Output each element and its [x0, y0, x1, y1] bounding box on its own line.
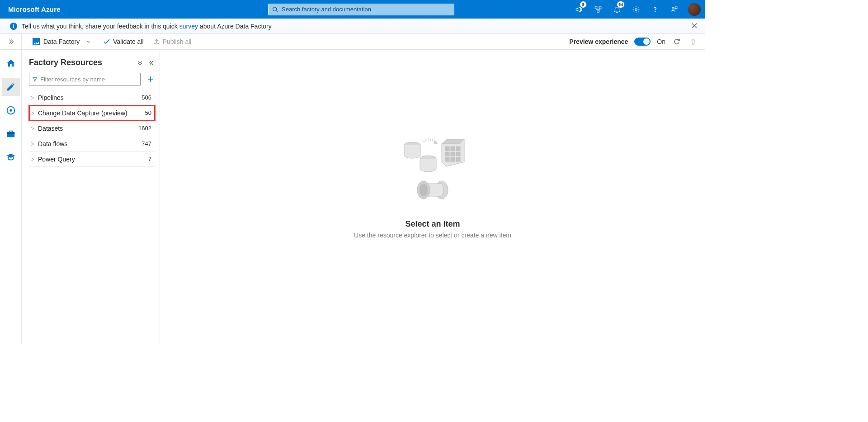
resource-group-datasets[interactable]: ▷ Datasets 1602: [29, 121, 155, 136]
filter-resources-input[interactable]: [40, 76, 137, 83]
preview-experience-state: On: [657, 38, 665, 45]
checkmark-icon: [103, 38, 110, 45]
preview-experience-label: Preview experience: [569, 38, 628, 45]
nav-home[interactable]: [2, 54, 20, 72]
resource-group-count: 50: [145, 109, 153, 116]
empty-state-illustration: [387, 123, 478, 214]
filter-resources-input-wrap[interactable]: [29, 73, 141, 85]
caret-right-icon: ▷: [30, 156, 35, 161]
announcements-badge: 8: [580, 1, 586, 8]
info-icon: i: [10, 23, 17, 30]
notifications-button[interactable]: 54: [608, 0, 627, 19]
resource-group-cdc[interactable]: ▷ Change Data Capture (preview) 50: [29, 105, 155, 121]
factory-resources-panel: Factory Resources: [22, 50, 160, 344]
factory-group-label: Data Factory: [43, 38, 80, 45]
svg-point-11: [10, 109, 12, 111]
left-nav-rail: [0, 50, 22, 344]
announcement-link[interactable]: survey: [179, 23, 198, 30]
help-button[interactable]: [646, 0, 665, 19]
announcement-bar: i Tell us what you think, share your fee…: [0, 19, 705, 34]
explorer-expand-toggle[interactable]: [136, 59, 144, 67]
caret-right-icon: ▷: [30, 110, 35, 115]
plus-icon: [147, 76, 154, 83]
resource-group-pipelines[interactable]: ▷ Pipelines 506: [29, 90, 155, 105]
svg-rect-21: [445, 152, 449, 156]
resource-group-dataflows[interactable]: ▷ Data flows 747: [29, 136, 155, 152]
svg-rect-25: [451, 157, 455, 161]
validate-all-label: Validate all: [113, 38, 143, 45]
help-icon: [651, 5, 659, 14]
global-search[interactable]: [268, 4, 454, 15]
graduation-cap-icon: [6, 152, 16, 162]
brand-divider: [69, 5, 69, 14]
toolbox-icon: [6, 129, 16, 139]
svg-point-0: [273, 7, 276, 11]
filter-icon: [32, 76, 38, 82]
caret-right-icon: ▷: [30, 141, 35, 146]
empty-state: Select an item Use the resource explorer…: [354, 123, 511, 239]
nav-monitor[interactable]: [2, 101, 20, 119]
announcement-text-post: about Azure Data Factory: [200, 23, 272, 30]
svg-rect-22: [451, 152, 455, 156]
factory-group-dropdown[interactable]: Data Factory: [29, 36, 94, 47]
resource-group-count: 7: [148, 156, 153, 162]
svg-rect-13: [7, 132, 14, 134]
svg-rect-26: [456, 157, 460, 161]
avatar: [688, 3, 701, 16]
svg-point-5: [635, 8, 637, 10]
resource-group-count: 747: [142, 140, 153, 147]
svg-rect-24: [445, 157, 449, 161]
announcement-close-button[interactable]: [689, 19, 700, 33]
upload-icon: [153, 38, 160, 45]
directory-button[interactable]: [589, 0, 608, 19]
directory-icon: [594, 5, 602, 14]
svg-line-1: [276, 10, 278, 12]
top-bar-actions: 8 54: [570, 0, 705, 19]
nav-author[interactable]: [2, 78, 20, 96]
brand-label[interactable]: Microsoft Azure: [0, 5, 69, 13]
chevron-down-icon: [86, 39, 90, 44]
resource-group-label: Datasets: [38, 125, 138, 132]
nav-manage[interactable]: [2, 125, 20, 143]
chevron-double-right-icon: [8, 38, 14, 45]
nav-learn[interactable]: [2, 148, 20, 166]
resource-group-count: 506: [142, 94, 153, 101]
search-icon: [272, 6, 278, 13]
global-search-input[interactable]: [282, 6, 450, 13]
resource-group-count: 1602: [138, 125, 153, 132]
resource-tree: ▷ Pipelines 506 ▷ Change Data Capture (p…: [29, 90, 155, 167]
svg-point-29: [420, 184, 428, 196]
settings-button[interactable]: [627, 0, 646, 19]
empty-state-subtitle: Use the resource explorer to select or c…: [354, 232, 511, 239]
resource-group-label: Pipelines: [38, 94, 142, 101]
home-icon: [6, 58, 16, 68]
preview-experience-toggle[interactable]: [634, 38, 651, 46]
person-feedback-icon: [670, 5, 678, 14]
resource-group-powerquery[interactable]: ▷ Power Query 7: [29, 152, 155, 167]
svg-rect-3: [599, 7, 601, 9]
caret-right-icon: ▷: [30, 95, 35, 100]
add-resource-button[interactable]: [146, 75, 155, 84]
authoring-toolbar: Data Factory Validate all Publish all Pr…: [22, 34, 705, 49]
main-canvas: Select an item Use the resource explorer…: [160, 50, 705, 344]
svg-rect-20: [456, 147, 460, 151]
explorer-collapse-button[interactable]: [147, 59, 155, 67]
svg-point-6: [655, 11, 655, 11]
discard-button[interactable]: [688, 37, 698, 47]
chevron-double-left-icon: [148, 60, 154, 66]
account-button[interactable]: [684, 0, 705, 19]
gauge-icon: [6, 105, 16, 115]
validate-all-button[interactable]: Validate all: [103, 38, 143, 45]
caret-right-icon: ▷: [30, 126, 35, 131]
publish-all-button[interactable]: Publish all: [153, 38, 192, 45]
feedback-button[interactable]: [665, 0, 684, 19]
svg-rect-19: [451, 147, 455, 151]
refresh-button[interactable]: [672, 37, 682, 47]
svg-rect-23: [456, 152, 460, 156]
expand-rail-button[interactable]: [0, 34, 22, 49]
resource-group-label: Data flows: [38, 140, 142, 147]
announcement-text-pre: Tell us what you think, share your feedb…: [22, 23, 178, 30]
announcements-button[interactable]: 8: [570, 0, 589, 19]
svg-rect-2: [595, 7, 597, 9]
explorer-title: Factory Resources: [29, 58, 136, 67]
